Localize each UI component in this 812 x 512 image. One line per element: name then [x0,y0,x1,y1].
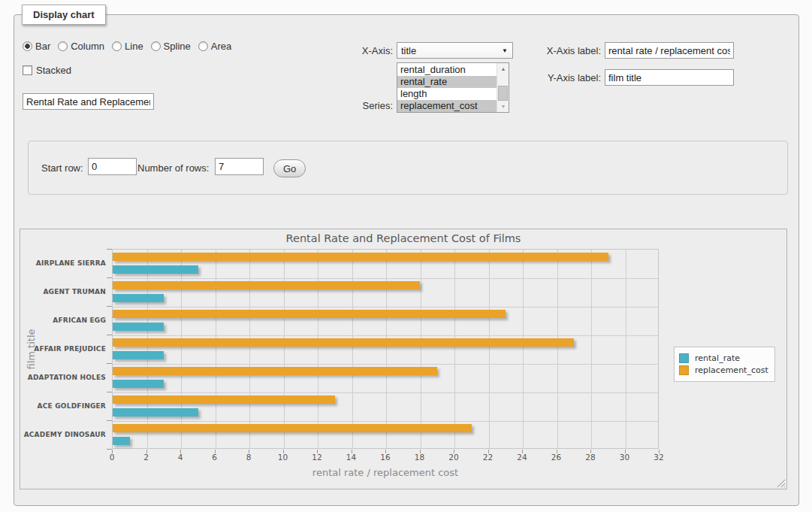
x-tick-label: 22 [473,453,503,462]
x-tick-label: 16 [370,453,400,462]
x-tick-label: 30 [610,453,640,462]
chart-type-label: Spline [164,41,191,52]
chart-type-radio-bar[interactable] [23,41,32,51]
gridline [113,364,658,365]
chart-type-radio-group: BarColumnLineSplineArea [23,41,239,52]
display-chart-fieldset: Display chart BarColumnLineSplineArea St… [14,14,799,506]
y-tick-mark [107,392,112,392]
gridline [489,250,490,448]
chart-type-label: Bar [35,41,50,52]
chart-type-column[interactable]: Column [58,41,104,52]
start-row-input[interactable] [88,158,137,175]
go-button[interactable]: Go [273,159,306,177]
series-listbox-options: rental_durationrental_ratelengthreplacem… [397,64,497,112]
x-tick-label: 28 [575,453,605,462]
legend-item-replacement_cost: replacement_cost [679,365,768,375]
series-list-label: Series: [344,100,393,111]
category-label: AIRPLANE SIERRA [20,249,106,277]
series-listbox[interactable]: rental_durationrental_ratelengthreplacem… [397,62,509,113]
category-label: ACE GOLDFINGER [20,392,106,420]
chart-type-radio-line[interactable] [112,41,122,51]
chart-type-bar[interactable]: Bar [23,41,50,52]
gridline [113,278,658,279]
gridline [591,250,592,448]
chart-title-input[interactable] [23,93,154,110]
fieldset-legend: Display chart [22,5,106,25]
x-tick-label: 24 [507,453,537,462]
gridline [113,307,658,308]
chart-type-radio-spline[interactable] [151,41,161,51]
legend-label: rental_rate [695,353,740,363]
gridline [386,250,387,448]
dropdown-arrow-icon: ▼ [502,47,508,54]
gridline [147,250,148,448]
legend-label: replacement_cost [695,365,768,375]
x-axis-select-label: X-Axis: [344,45,393,56]
x-tick-label: 0 [97,453,127,462]
x-tick-label: 12 [302,453,332,462]
scrollbar-up-arrow-icon[interactable]: ▲ [497,63,509,74]
y-tick-mark [107,306,112,307]
y-axis-label-input[interactable] [605,69,734,86]
chart-type-line[interactable]: Line [112,41,143,52]
num-rows-input[interactable] [215,158,264,175]
chart-title: Rental Rate and Replacement Cost of Film… [20,232,786,244]
chart-container: Rental Rate and Replacement Cost of Film… [20,229,787,489]
bar-replacement_cost-affair-prejudice [113,338,574,347]
bar-rental_rate-academy-dinosaur [113,437,130,445]
gridline [181,250,182,448]
series-option-rental_duration[interactable]: rental_duration [397,64,497,76]
category-label: AFFAIR PREJUDICE [20,335,106,363]
y-tick-mark [107,277,112,278]
bar-rental_rate-agent-truman [113,294,164,302]
bar-rental_rate-african-egg [113,323,164,331]
bar-replacement_cost-adaptation-holes [113,367,437,375]
chart-type-area[interactable]: Area [198,41,231,52]
gridline [421,250,421,448]
x-tick-label: 14 [337,453,367,462]
x-tick-label: 20 [439,453,469,462]
bar-rental_rate-airplane-sierra [113,265,198,274]
bar-replacement_cost-ace-goldfinger [113,395,335,404]
gridline [113,335,658,336]
series-option-replacement_cost[interactable]: replacement_cost [397,100,497,112]
stacked-label: Stacked [36,65,71,76]
scrollbar-thumb[interactable] [498,86,508,101]
gridline [318,250,318,448]
gridline [216,250,216,448]
bar-replacement_cost-airplane-sierra [113,253,608,261]
category-label: ADAPTATION HOLES [20,363,106,392]
bar-rental_rate-adaptation-holes [113,380,164,388]
series-option-rental_rate[interactable]: rental_rate [397,76,497,88]
x-tick-label: 2 [131,453,161,462]
x-axis-selected-value: title [401,45,416,56]
bar-rental_rate-affair-prejudice [113,351,164,359]
gridline [523,250,524,448]
chart-x-axis-title: rental rate / replacement cost [112,467,659,478]
x-tick-label: 10 [268,453,298,462]
start-row-label: Start row: [41,162,83,174]
rows-panel: Start row: Number of rows: Go [28,141,788,195]
scrollbar-down-arrow-icon[interactable]: ▼ [497,101,509,112]
x-tick-label: 4 [165,453,195,462]
gridline [113,421,658,422]
series-scrollbar[interactable]: ▲ ▼ [497,63,509,112]
chart-type-spline[interactable]: Spline [151,41,191,52]
chart-legend: rental_ratereplacement_cost [674,347,775,382]
resize-handle-icon[interactable] [776,478,785,487]
category-label: AFRICAN EGG [20,306,106,335]
chart-type-label: Area [211,41,231,52]
x-tick-label: 6 [200,453,230,462]
series-option-length[interactable]: length [397,88,497,100]
y-tick-mark [107,449,112,450]
x-axis-label-input[interactable] [605,42,734,59]
stacked-checkbox[interactable] [23,65,32,75]
chart-type-radio-area[interactable] [198,41,208,51]
gridline [352,250,353,448]
x-axis-select[interactable]: title ▼ [397,42,513,59]
plot-area [112,249,659,449]
chart-type-radio-column[interactable] [58,41,68,51]
chart-type-label: Column [71,41,104,52]
y-tick-mark [107,420,112,421]
stacked-option[interactable]: Stacked [23,65,71,76]
